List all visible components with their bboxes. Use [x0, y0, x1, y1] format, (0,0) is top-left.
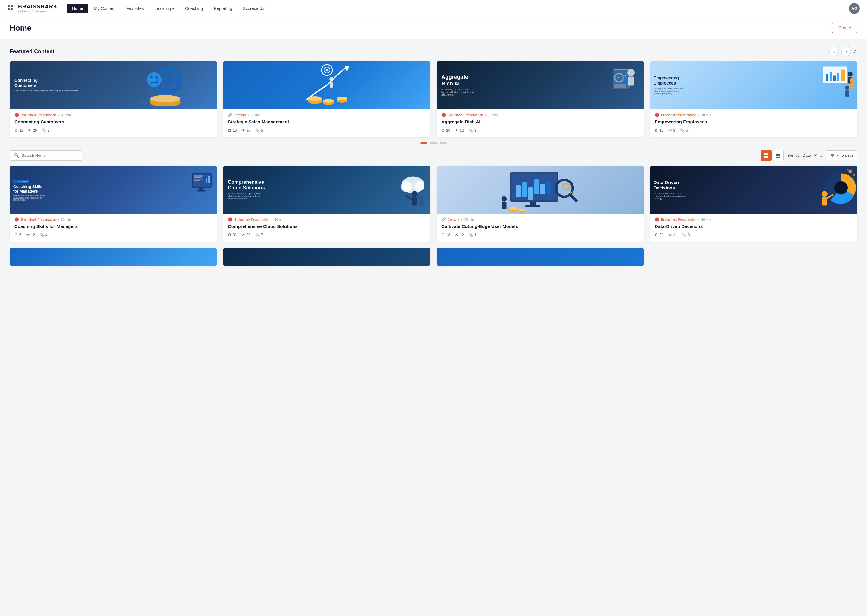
- nav-favorites[interactable]: Favorites: [121, 4, 149, 13]
- svg-line-100: [571, 195, 577, 201]
- grid-menu-icon[interactable]: [7, 5, 13, 12]
- content-card-meta-3: 🔗 Content • 30 min: [441, 217, 639, 222]
- svg-rect-74: [194, 177, 202, 178]
- card-attachments-2: 📎 5: [255, 129, 263, 133]
- card-stats-1: 🗒 22 👁 25 📎 2: [14, 129, 212, 133]
- carousel-dots: [9, 142, 858, 144]
- nav-scorecards[interactable]: Scorecards: [238, 4, 269, 13]
- card-type-4: Brainshark Presentation: [661, 113, 696, 117]
- featured-card-1[interactable]: ConnectingCustomers How to track your bi…: [9, 61, 217, 137]
- search-icon: 🔍: [14, 153, 19, 158]
- filter-button[interactable]: Filters (0): [826, 150, 858, 160]
- search-input[interactable]: [22, 153, 77, 158]
- dot-2[interactable]: [430, 142, 437, 144]
- content-card-thumbnail-1: COACHING Coaching Skills for Managers Un…: [9, 166, 217, 214]
- card-views-2: 👁 10: [241, 129, 250, 133]
- content-card-body-4: 🔴 Brainshark Presentation • 30 min Data-…: [650, 214, 858, 242]
- svg-point-103: [501, 196, 507, 201]
- app-logo: BRAINSHARK a Bigtincan™ company: [18, 4, 57, 13]
- presentation-icon-1: 🔴: [14, 113, 19, 117]
- dot-1[interactable]: [420, 142, 427, 144]
- dot-3[interactable]: [440, 142, 447, 144]
- create-button[interactable]: Create: [832, 23, 858, 33]
- svg-rect-20: [158, 78, 162, 82]
- partial-cards-row: [9, 248, 858, 266]
- nav-reporting[interactable]: Reporting: [209, 4, 237, 13]
- slides-icon-1: 🗒: [14, 129, 18, 133]
- grid-view-button[interactable]: [761, 150, 772, 161]
- svg-point-87: [419, 195, 424, 200]
- nav-my-content[interactable]: My Content: [89, 4, 120, 13]
- content-card-title-1: Coaching Skills for Managers: [14, 223, 212, 229]
- svg-point-117: [853, 174, 855, 176]
- svg-rect-2: [8, 8, 9, 10]
- content-card-4[interactable]: Data-DrivenDecisions Be informed for you…: [650, 166, 858, 242]
- content-card-thumbnail-4: Data-DrivenDecisions Be informed for you…: [650, 166, 858, 214]
- content-card-thumbnail-2: ComprehensiveCloud Solutions Appropriate…: [223, 166, 430, 214]
- card-thumbnail-1: ConnectingCustomers How to track your bi…: [9, 61, 217, 109]
- content-card-2[interactable]: ComprehensiveCloud Solutions Appropriate…: [223, 166, 430, 242]
- carousel-next-button[interactable]: ›: [842, 47, 851, 56]
- list-view-button[interactable]: [773, 150, 783, 161]
- card-meta-1: 🔴 Brainshark Presentation • 30 min: [14, 113, 212, 117]
- card-body-3: 🔴 Brainshark Presentation • 30 min Aggre…: [437, 109, 644, 137]
- svg-rect-93: [528, 187, 533, 200]
- featured-card-2[interactable]: 🔗 Content • 30 min Strategic Sales Manag…: [223, 61, 430, 137]
- featured-card-3[interactable]: AggregateRich AI Proactively transform l…: [437, 61, 644, 137]
- content-card-meta-1: 🔴 Brainshark Presentation • 30 min: [14, 217, 212, 222]
- nav-coaching[interactable]: Coaching: [180, 4, 208, 13]
- svg-rect-3: [11, 8, 13, 10]
- svg-rect-51: [833, 76, 836, 81]
- sort-label: Sort by: [787, 153, 799, 158]
- content-card-meta-2: 🔴 Brainshark Presentation • 30 min: [228, 217, 426, 222]
- svg-rect-97: [530, 202, 536, 206]
- search-box[interactable]: 🔍: [9, 150, 82, 160]
- nav-learning[interactable]: Learning ▾: [150, 4, 180, 13]
- user-avatar[interactable]: AG: [849, 3, 860, 14]
- collapse-section-button[interactable]: ∧: [853, 48, 858, 55]
- svg-text:2: 2: [625, 75, 626, 78]
- sort-direction-button[interactable]: ↓: [820, 153, 822, 158]
- partial-card-1[interactable]: [9, 248, 217, 266]
- svg-rect-7: [166, 89, 170, 94]
- carousel-prev-button[interactable]: ‹: [829, 47, 839, 56]
- svg-point-29: [308, 96, 322, 101]
- svg-point-112: [834, 181, 848, 194]
- content-card-1[interactable]: COACHING Coaching Skills for Managers Un…: [9, 166, 217, 242]
- svg-rect-57: [850, 83, 854, 89]
- filter-label: Filters (0): [836, 153, 853, 158]
- content-card-title-4: Data-Driven Decisions: [655, 223, 853, 229]
- sort-controls: Sort by Date Name Type ↓: [787, 153, 822, 158]
- card-duration-1: 30 min: [61, 113, 71, 117]
- svg-point-82: [401, 181, 412, 192]
- presentation-icon-3: 🔴: [441, 113, 446, 117]
- content-card-3[interactable]: 🔗 Content • 30 min Cultivate Cutting-Edg…: [437, 166, 644, 242]
- search-filter-row: 🔍: [9, 150, 858, 161]
- svg-point-107: [509, 207, 517, 210]
- featured-card-4[interactable]: EmpoweringEmployees Setting your company…: [650, 61, 858, 137]
- featured-cards-grid: ConnectingCustomers How to track your bi…: [9, 61, 858, 137]
- svg-rect-79: [199, 188, 203, 190]
- svg-line-86: [405, 195, 412, 200]
- slides-icon-2: 🗒: [228, 129, 232, 133]
- sort-select[interactable]: Date Name Type: [801, 153, 818, 158]
- svg-point-83: [415, 181, 424, 191]
- card-slides-2: 🗒 19: [228, 129, 236, 133]
- card-views-1: 👁 25: [28, 129, 37, 133]
- svg-rect-92: [522, 182, 527, 197]
- svg-rect-9: [177, 79, 182, 83]
- partial-card-3[interactable]: [437, 248, 644, 266]
- nav-items: Home My Content Favorites Learning ▾ Coa…: [67, 4, 849, 13]
- svg-point-32: [323, 99, 334, 102]
- link-icon-2: 🔗: [228, 113, 232, 117]
- svg-rect-88: [419, 200, 424, 207]
- svg-rect-91: [516, 185, 521, 197]
- svg-rect-64: [766, 156, 768, 158]
- gear-illustration-1: [113, 61, 218, 109]
- presentation-icon-4: 🔴: [655, 113, 659, 117]
- svg-point-110: [519, 209, 526, 211]
- partial-card-placeholder: [650, 248, 858, 266]
- partial-card-2[interactable]: [223, 248, 430, 266]
- svg-rect-95: [541, 184, 545, 194]
- nav-home[interactable]: Home: [67, 4, 88, 13]
